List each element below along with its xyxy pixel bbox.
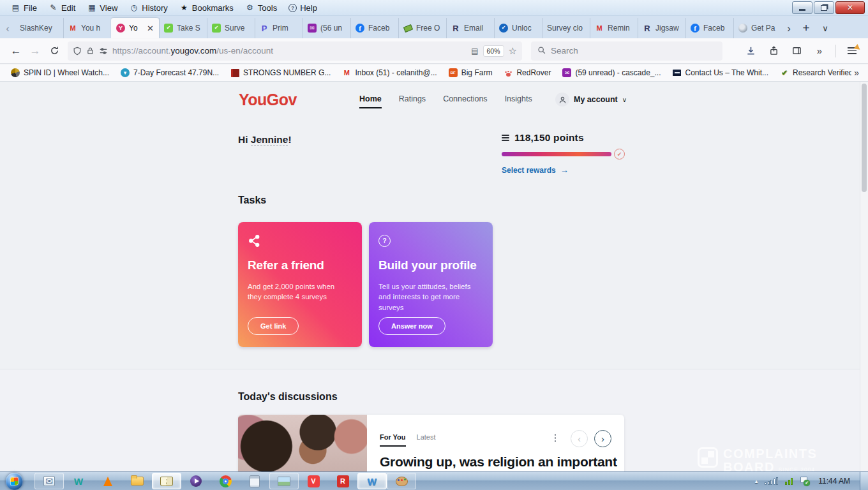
browser-tab[interactable]: Prim ✕ [255,18,303,38]
bookmark-item[interactable]: 7-Day Forecast 47.79N... [116,67,223,78]
bookmark-item[interactable]: STRONGS NUMBER G... [226,67,335,78]
browser-tab[interactable]: Jigsaw ✕ [638,18,685,38]
taskbar-app-button[interactable] [152,473,181,489]
menu-item[interactable]: Tools [239,2,283,14]
user-name[interactable]: Jennine [251,134,288,145]
forward-button[interactable]: → [26,42,45,60]
browser-tab[interactable]: SlashKey ✕ [15,18,63,38]
taskbar-app-button[interactable] [240,473,269,489]
browser-tab[interactable]: Unloc ✕ [494,18,542,38]
network-signal-icon[interactable] [765,477,778,485]
browser-tab[interactable]: Yo ✕ [111,18,159,38]
build-profile-card[interactable]: ? Build your profile Tell us your attitu… [369,222,493,347]
menu-item[interactable]: History [123,2,173,14]
shield-icon[interactable] [73,47,82,56]
taskbar-app-button[interactable] [211,473,240,489]
get-link-button[interactable]: Get link [248,317,299,335]
site-nav-link[interactable]: Home [359,94,382,108]
permissions-icon[interactable] [99,47,108,56]
browser-tab[interactable]: Surve ✕ [207,18,255,38]
url-bar[interactable]: https://account.yougov.com/us-en/account… [68,41,522,61]
tab-scroll-right-icon[interactable] [781,19,797,38]
tab-scroll-left-icon[interactable] [0,19,15,38]
wireless-signal-icon[interactable] [785,478,793,485]
browser-tab[interactable]: Faceb ✕ [685,18,733,38]
show-hidden-icons-icon[interactable] [755,478,758,484]
bookmark-item[interactable]: Big Farm [444,67,497,78]
bookmark-star-icon[interactable]: ☆ [509,45,517,57]
clock[interactable]: 11:44 AM [818,477,850,486]
taskbar-app-button[interactable] [93,473,123,489]
taskbar-app-button[interactable] [357,473,387,489]
search-box[interactable]: Search [531,41,722,61]
share-icon[interactable] [764,42,783,60]
tab-close-icon[interactable]: ✕ [146,24,154,33]
discussion-headline[interactable]: Growing up, was religion an important [380,454,616,470]
url-text[interactable]: https://account.yougov.com/us-en/account [112,46,467,56]
discussion-card[interactable]: For You Latest Growing up, was religion … [238,415,624,472]
menu-item[interactable]: File [5,2,43,14]
taskbar-app-icon [308,475,320,487]
answer-now-button[interactable]: Answer now [378,317,445,335]
overflow-chevrons-icon[interactable]: » [810,42,829,60]
yougov-logo[interactable]: YouGov [239,91,297,109]
restore-button[interactable] [814,1,834,14]
taskbar-app-button[interactable] [328,473,357,489]
bookmark-item[interactable]: SPIN ID | Wheel Watch... [6,67,114,78]
carousel-prev-button[interactable] [571,430,588,447]
back-button[interactable]: ← [6,42,26,60]
carousel-next-button[interactable] [594,430,611,447]
browser-tab[interactable]: Faceb ✕ [350,18,398,38]
feed-tab[interactable]: Latest [417,433,436,447]
menu-item[interactable]: Bookmarks [174,2,239,14]
browser-tab[interactable]: Remin ✕ [590,18,638,38]
menu-item[interactable]: View [81,2,123,14]
menu-item[interactable]: Help [283,2,323,14]
select-rewards-link[interactable]: Select rewards [502,165,569,175]
minimize-button[interactable] [792,1,812,14]
list-all-tabs-icon[interactable] [816,19,835,38]
bookmark-item[interactable]: Research Verified Wart... [775,67,851,78]
bookmarks-overflow-icon[interactable] [851,68,862,78]
zoom-level-indicator[interactable]: 60% [483,45,504,57]
browser-tab[interactable]: Get Pa ✕ [733,18,781,38]
taskbar-app-button[interactable] [299,473,328,489]
reload-button[interactable] [45,42,64,60]
browser-tab[interactable]: Take S ✕ [159,18,207,38]
close-button[interactable] [835,1,865,14]
lock-icon[interactable] [86,47,94,55]
site-nav-link[interactable]: Connections [443,94,488,108]
bookmark-item[interactable]: RedRover [499,67,555,78]
page-scrollbar[interactable] [860,82,868,472]
taskbar-app-button[interactable] [181,473,211,489]
taskbar-app-button[interactable] [34,473,64,489]
browser-tab[interactable]: Email ✕ [446,18,494,38]
bookmark-item[interactable]: (59 unread) - cascade_... [558,67,665,78]
feed-tab[interactable]: For You [380,433,406,447]
browser-tab[interactable]: Free O ✕ [398,18,446,38]
browser-tab[interactable]: Survey clo ✕ [542,18,590,38]
bookmark-item[interactable]: Contact Us – The Whit... [668,67,774,78]
reader-view-icon[interactable]: ▤ [471,47,478,56]
menu-item[interactable]: Edit [43,2,81,14]
action-center-flag-icon[interactable] [800,477,809,486]
my-account-menu[interactable]: My account [555,93,627,107]
taskbar-app-button[interactable] [64,473,93,489]
site-nav-link[interactable]: Ratings [399,94,426,108]
site-nav-link[interactable]: Insights [505,94,532,108]
downloads-icon[interactable] [741,42,760,60]
taskbar-app-button[interactable] [269,473,299,489]
sidebar-icon[interactable] [787,42,806,60]
taskbar-app-button[interactable] [123,473,152,489]
show-desktop-button[interactable] [860,472,868,490]
browser-tab[interactable]: You h ✕ [63,18,111,38]
scrollbar-thumb[interactable] [862,84,867,192]
start-button[interactable] [6,473,23,490]
taskbar-app-button[interactable] [387,473,416,489]
refer-a-friend-card[interactable]: Refer a friend And get 2,000 points when… [238,222,362,347]
browser-tab[interactable]: (56 un ✕ [303,18,350,38]
bookmark-item[interactable]: Inbox (51) - celanith@... [338,67,441,78]
new-tab-button[interactable] [797,19,816,38]
app-menu-icon[interactable] [842,42,862,60]
kebab-menu-icon[interactable] [551,434,560,442]
